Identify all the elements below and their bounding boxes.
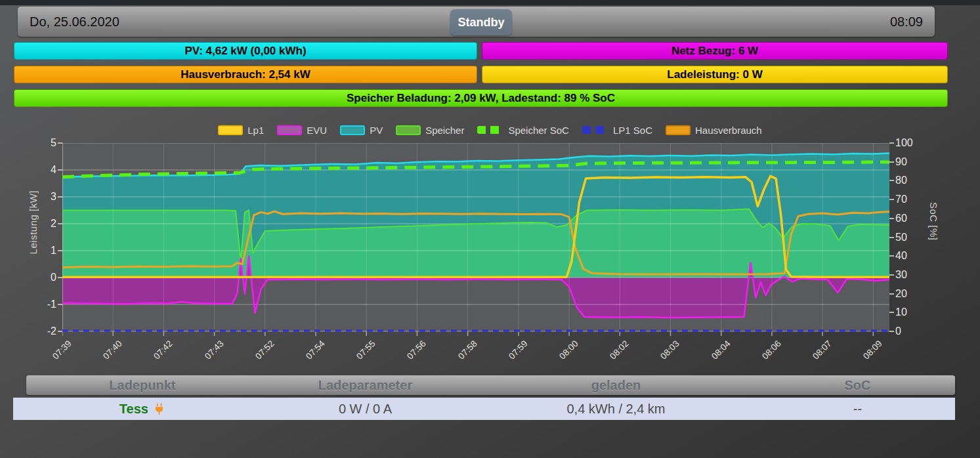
- left-axis-tick: -2: [25, 325, 56, 338]
- legend-label: Hausverbrauch: [695, 125, 762, 136]
- x-axis-tick-label: 07:58: [442, 339, 479, 375]
- top-strip: [0, 0, 980, 5]
- legend-item-speicher[interactable]: Speicher: [396, 125, 464, 136]
- table-header-ladepunkt: Ladepunkt: [26, 375, 259, 395]
- status-bar-ladeleistung: Ladeleistung: 0 W: [482, 66, 948, 83]
- left-axis-tick: -1: [25, 298, 56, 311]
- x-axis-tick-label: 07:40: [87, 339, 124, 375]
- right-tick-dash: [889, 237, 894, 238]
- x-axis-tick-label: 08:02: [594, 339, 631, 375]
- right-tick-dash: [889, 218, 894, 219]
- left-tick-dash: [58, 277, 62, 278]
- chargepoint-table-row[interactable]: Tess0 W / 0 A0,4 kWh / 2,4 km--: [13, 398, 955, 420]
- legend-label: LP1 SoC: [613, 125, 652, 136]
- legend-item-evu[interactable]: EVU: [277, 125, 327, 136]
- left-tick-dash: [58, 196, 62, 198]
- legend-label: Speicher SoC: [508, 125, 569, 136]
- x-axis-tick-label: 07:59: [493, 339, 530, 375]
- right-axis-tick: 60: [895, 212, 924, 225]
- right-tick-dash: [889, 312, 894, 313]
- right-axis-tick: 90: [895, 156, 924, 169]
- legend-swatch-box: [340, 125, 365, 135]
- left-tick-dash: [58, 223, 62, 224]
- x-axis-tick-label: 07:56: [391, 339, 428, 375]
- legend-item-speicher-soc[interactable]: Speicher SoC: [477, 125, 569, 136]
- x-axis-tick-label: 08:04: [695, 339, 732, 375]
- legend-item-lp1-soc[interactable]: LP1 SoC: [582, 125, 652, 136]
- clock-label: 08:09: [890, 7, 923, 37]
- legend-label: Speicher: [425, 125, 464, 136]
- left-tick-dash: [58, 142, 62, 144]
- chargepoint-name: Tess: [119, 402, 148, 416]
- x-axis-tick-label: 07:42: [138, 339, 175, 375]
- legend-item-lp1[interactable]: Lp1: [218, 125, 264, 136]
- status-bar-speicher: Speicher Beladung: 2,09 kW, Ladestand: 8…: [14, 89, 948, 107]
- legend-label: PV: [370, 125, 383, 136]
- right-tick-dash: [889, 161, 894, 163]
- legend-label: EVU: [307, 125, 327, 136]
- legend-label: Lp1: [247, 125, 264, 136]
- date-label: Do, 25.06.2020: [30, 7, 119, 37]
- x-axis-tick-label: 07:43: [188, 339, 225, 375]
- legend-swatch-dashed: [582, 126, 608, 134]
- power-soc-chart[interactable]: [62, 143, 889, 337]
- left-axis-tick: 2: [25, 217, 56, 230]
- left-axis-tick: 4: [25, 163, 56, 177]
- table-header-geladen: geladen: [472, 375, 760, 395]
- right-tick-dash: [889, 199, 894, 200]
- left-axis-tick: 0: [25, 271, 56, 284]
- right-tick-dash: [889, 293, 894, 295]
- right-tick-dash: [889, 274, 894, 276]
- right-tick-dash: [889, 255, 894, 257]
- status-bar-netz-bezug: Netz Bezug: 6 W: [482, 42, 948, 60]
- table-header-ladeparameter: Ladeparameter: [259, 375, 472, 395]
- left-tick-dash: [58, 304, 62, 305]
- left-tick-dash: [58, 250, 62, 251]
- soc-cell: --: [760, 398, 955, 420]
- right-axis-tick: 80: [895, 174, 924, 187]
- right-axis-title: SoC [%]: [928, 202, 939, 241]
- right-tick-dash: [889, 331, 894, 332]
- x-axis-tick-label: 07:39: [37, 339, 74, 375]
- status-bar-pv: PV: 4,62 kW (0,00 kWh): [14, 42, 477, 60]
- x-axis-tick-label: 07:54: [290, 339, 327, 375]
- status-bar-hausverbrauch: Hausverbrauch: 2,54 kW: [14, 66, 477, 83]
- right-axis-tick: 10: [895, 306, 924, 319]
- plug-icon: [153, 403, 165, 415]
- right-axis-tick: 30: [895, 268, 924, 281]
- right-axis-tick: 0: [895, 325, 924, 338]
- right-axis-tick: 20: [895, 287, 924, 301]
- right-axis-tick: 70: [895, 193, 924, 206]
- right-tick-dash: [889, 180, 894, 181]
- chargeparams-cell: 0 W / 0 A: [259, 398, 472, 420]
- x-axis-tick-label: 07:52: [240, 339, 276, 375]
- right-axis-tick: 50: [895, 231, 924, 244]
- table-header-soc: SoC: [760, 375, 955, 395]
- x-axis-tick-label: 08:06: [746, 339, 783, 375]
- chart-legend: Lp1EVUPVSpeicherSpeicher SoCLP1 SoCHausv…: [0, 121, 980, 138]
- legend-swatch-box: [666, 125, 691, 135]
- right-tick-dash: [889, 142, 894, 144]
- x-axis-tick-label: 08:09: [847, 339, 884, 375]
- left-axis-tick: 5: [25, 136, 56, 150]
- left-axis-tick: 1: [25, 244, 56, 257]
- x-axis-tick-label: 07:55: [341, 339, 377, 375]
- legend-item-hausverbrauch[interactable]: Hausverbrauch: [666, 125, 762, 136]
- legend-swatch-box: [277, 125, 302, 135]
- right-axis-tick: 40: [895, 249, 924, 262]
- chargepoint-table-header: LadepunktLadeparametergeladenSoC: [26, 375, 955, 395]
- left-axis-tick: 3: [25, 190, 56, 203]
- openwb-dashboard: Do, 25.06.2020 Standby 08:09 PV: 4,62 kW…: [0, 0, 980, 458]
- left-tick-dash: [58, 169, 62, 171]
- x-axis-tick-label: 08:00: [543, 339, 580, 375]
- title-bar: Do, 25.06.2020 Standby 08:09: [18, 7, 935, 37]
- charged-cell: 0,4 kWh / 2,4 km: [472, 398, 760, 420]
- x-axis-tick-label: 08:07: [797, 339, 834, 375]
- x-axis-tick-label: 08:03: [645, 339, 681, 375]
- legend-item-pv[interactable]: PV: [340, 125, 383, 136]
- mode-standby-button[interactable]: Standby: [450, 9, 512, 35]
- legend-swatch-box: [218, 125, 243, 135]
- legend-swatch-dashed: [477, 126, 503, 134]
- legend-swatch-box: [396, 125, 421, 135]
- left-tick-dash: [58, 331, 62, 332]
